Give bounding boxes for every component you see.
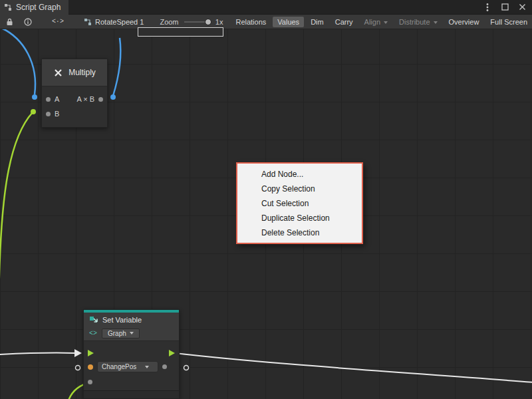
input-port-b[interactable] <box>46 112 51 116</box>
set-variable-title: Set Variable <box>102 316 142 324</box>
multiply-node-body: A A × B B <box>42 86 107 127</box>
carry-button[interactable]: Carry <box>331 17 358 27</box>
multiply-icon <box>53 68 63 78</box>
fullscreen-button[interactable]: Full Screen <box>485 17 532 27</box>
output-port[interactable] <box>98 97 103 102</box>
flow-input-port[interactable] <box>88 350 94 356</box>
code-icon: <∙> <box>52 18 64 25</box>
secondary-port-row <box>84 374 179 390</box>
dim-button[interactable]: Dim <box>306 17 329 27</box>
menu-item-duplicate-selection[interactable]: Duplicate Selection <box>237 211 362 225</box>
window-titlebar: Script Graph <box>0 0 532 15</box>
chevron-down-icon <box>384 21 388 24</box>
info-icon <box>24 18 32 26</box>
graph-breadcrumb[interactable]: RotateSpeed 1 <box>84 18 144 26</box>
node-multiply[interactable]: Multiply A A × B B <box>41 59 108 128</box>
lock-icon <box>6 18 13 26</box>
variable-scope-dropdown[interactable]: Graph <box>102 329 140 338</box>
flow-row <box>84 346 179 360</box>
info-button[interactable] <box>21 15 35 29</box>
graph-title-field[interactable] <box>138 27 223 37</box>
script-graph-icon <box>84 18 92 26</box>
set-variable-header[interactable]: Set Variable <box>84 313 179 328</box>
context-menu: Add Node... Copy Selection Cut Selection… <box>236 162 363 244</box>
menu-item-copy-selection[interactable]: Copy Selection <box>237 182 362 196</box>
kebab-menu-icon[interactable] <box>483 3 492 12</box>
output-port-label: A × B <box>76 95 94 103</box>
zoom-value: 1x <box>215 18 223 26</box>
input-port-a-label: A <box>55 95 59 103</box>
menu-item-delete-selection[interactable]: Delete Selection <box>237 225 362 240</box>
relations-button[interactable]: Relations <box>231 17 271 27</box>
graph-toolbar: <∙> RotateSpeed 1 Zoom 1x Relations Valu… <box>0 15 532 29</box>
set-variable-icon <box>89 315 98 325</box>
align-dropdown-button[interactable]: Align <box>360 17 392 27</box>
script-graph-icon <box>4 3 12 11</box>
tab-script-graph[interactable]: Script Graph <box>0 0 68 15</box>
input-port-a[interactable] <box>46 97 51 102</box>
code-view-button[interactable]: <∙> <box>49 15 66 29</box>
distribute-label: Distribute <box>399 18 430 26</box>
set-variable-footer <box>84 390 179 398</box>
graph-type-icon: <> <box>89 330 97 337</box>
chevron-down-icon <box>434 21 438 24</box>
variable-name-port[interactable] <box>88 364 93 370</box>
script-graph-window: Multiply A A × B B Set Var <box>0 0 532 399</box>
multiply-row-b: B <box>42 106 107 121</box>
zoom-label: Zoom <box>160 18 178 26</box>
close-icon[interactable] <box>517 3 527 12</box>
value-input-port[interactable] <box>162 364 167 369</box>
variable-scope-label: Graph <box>108 330 126 337</box>
menu-item-cut-selection[interactable]: Cut Selection <box>237 196 362 211</box>
multiply-node-header[interactable]: Multiply <box>42 59 107 86</box>
fallback-value-port[interactable] <box>88 380 92 384</box>
align-label: Align <box>364 18 380 26</box>
input-port-b-label: B <box>55 110 59 118</box>
chevron-down-icon <box>145 366 149 368</box>
multiply-row-a: A A × B <box>42 92 107 106</box>
set-variable-subheader: <> Graph <box>84 328 179 340</box>
variable-name-label: ChangePos <box>102 363 136 370</box>
overview-button[interactable]: Overview <box>444 17 484 27</box>
window-controls <box>483 3 532 12</box>
zoom-slider[interactable] <box>184 18 211 26</box>
variable-row: ChangePos <box>84 360 179 374</box>
zoom-slider-knob[interactable] <box>205 19 211 25</box>
graph-name-label: RotateSpeed 1 <box>95 18 144 26</box>
node-set-variable[interactable]: Set Variable <> Graph ChangePos <box>83 309 180 399</box>
variable-name-dropdown[interactable]: ChangePos <box>97 361 158 372</box>
maximize-icon[interactable] <box>500 3 509 12</box>
multiply-node-title: Multiply <box>68 68 96 77</box>
flow-output-port[interactable] <box>169 350 175 356</box>
menu-item-add-node[interactable]: Add Node... <box>237 167 362 182</box>
set-variable-body: ChangePos <box>84 340 179 390</box>
distribute-dropdown-button[interactable]: Distribute <box>394 17 442 27</box>
tab-title: Script Graph <box>16 3 61 12</box>
chevron-down-icon <box>130 332 134 334</box>
values-button[interactable]: Values <box>273 17 304 27</box>
lock-button[interactable] <box>3 15 16 29</box>
